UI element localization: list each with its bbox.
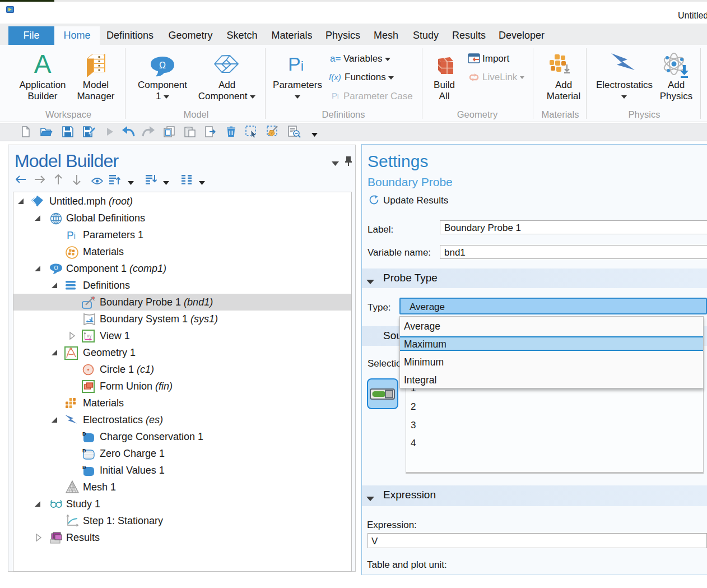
svg-text:Ω: Ω [159, 61, 166, 70]
svg-text:D: D [82, 448, 86, 453]
svg-text:Ω: Ω [54, 265, 58, 271]
svg-text:xy: xy [87, 333, 92, 339]
svg-text:D: D [82, 465, 86, 470]
svg-text:D: D [82, 431, 86, 437]
